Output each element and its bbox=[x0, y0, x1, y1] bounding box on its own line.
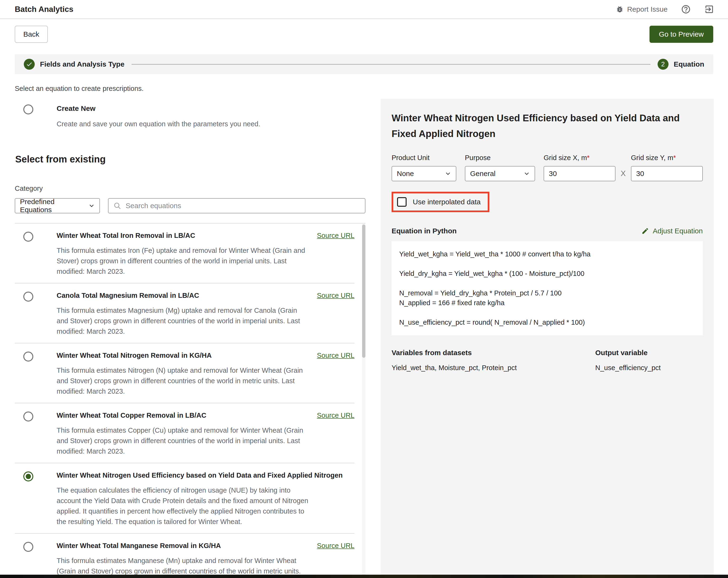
adjust-equation-button[interactable]: Adjust Equation bbox=[642, 227, 703, 235]
source-url-link[interactable]: Source URL bbox=[317, 542, 355, 550]
product-unit-select[interactable]: None bbox=[392, 166, 456, 181]
use-interpolated-data-highlight: Use interpolated data bbox=[392, 192, 489, 212]
main-content: Create New Create and save your own equa… bbox=[0, 99, 728, 575]
equation-list-item[interactable]: Canola Total Magnesium Removal in LB/AC … bbox=[15, 284, 355, 343]
equation-title: Winter Wheat Total Copper Removal in LB/… bbox=[57, 412, 213, 419]
header-actions: Report Issue bbox=[616, 4, 714, 14]
equation-description: This formula estimates Iron (Fe) uptake … bbox=[57, 245, 310, 277]
equation-description: The equation calculates the efficiency o… bbox=[57, 485, 310, 527]
search-input[interactable] bbox=[126, 202, 360, 210]
output-variable-label: Output variable bbox=[595, 349, 703, 357]
equation-radio[interactable] bbox=[23, 232, 33, 242]
equation-list-item[interactable]: Winter Wheat Total Copper Removal in LB/… bbox=[15, 403, 355, 463]
equation-description: This formula estimates Nitrogen (N) upta… bbox=[57, 365, 310, 396]
equation-list-item[interactable]: Winter Wheat Total Manganese Removal in … bbox=[15, 534, 355, 575]
equation-list-item[interactable]: Winter Wheat Total Iron Removal in LB/AC… bbox=[15, 224, 355, 284]
search-icon bbox=[113, 202, 121, 210]
bug-icon bbox=[616, 5, 624, 13]
equation-title: Winter Wheat Nitrogen Used Efficiency ba… bbox=[57, 471, 350, 479]
grid-size-y-label: Grid size Y, m* bbox=[631, 154, 703, 162]
step2-circle: 2 bbox=[657, 59, 669, 70]
category-select-value: Predefined Equations bbox=[20, 198, 83, 214]
search-box[interactable] bbox=[108, 198, 365, 213]
equation-description: This formula estimates Magnesium (Mg) up… bbox=[57, 305, 310, 337]
create-new-label: Create New bbox=[57, 104, 365, 112]
source-url-link[interactable]: Source URL bbox=[317, 232, 355, 239]
pencil-icon bbox=[642, 227, 649, 235]
exit-icon[interactable] bbox=[704, 4, 714, 14]
source-url-link[interactable]: Source URL bbox=[317, 351, 355, 360]
grid-size-separator: X bbox=[621, 169, 626, 181]
toolbar: Back Go to Preview bbox=[0, 26, 728, 43]
required-asterisk: * bbox=[587, 154, 590, 161]
equation-title: Winter Wheat Total Iron Removal in LB/AC bbox=[57, 232, 202, 239]
equation-list-item[interactable]: Winter Wheat Total Nitrogen Removal in K… bbox=[15, 343, 355, 403]
app-header: Batch Analytics Report Issue bbox=[0, 0, 728, 19]
equation-radio[interactable] bbox=[23, 351, 33, 362]
equation-selection-column: Create New Create and save your own equa… bbox=[15, 99, 365, 575]
grid-size-y-input[interactable] bbox=[631, 166, 703, 181]
adjust-equation-label: Adjust Equation bbox=[653, 227, 703, 235]
detail-fields-row: Product Unit None Purpose General bbox=[392, 154, 703, 181]
product-unit-label: Product Unit bbox=[392, 154, 456, 162]
list-scrollbar-thumb[interactable] bbox=[362, 225, 365, 358]
back-button[interactable]: Back bbox=[15, 26, 48, 43]
list-scrollbar-track[interactable] bbox=[362, 224, 365, 575]
step1-check-icon bbox=[24, 59, 35, 70]
equation-radio[interactable] bbox=[23, 471, 33, 481]
create-new-radio[interactable] bbox=[23, 104, 33, 114]
use-interpolated-data-checkbox[interactable] bbox=[397, 197, 407, 207]
select-existing-heading: Select from existing bbox=[15, 154, 365, 165]
code-line: N_use_efficiency_pct = round( N_removal … bbox=[399, 318, 695, 327]
instruction-text: Select an equation to create prescriptio… bbox=[15, 85, 713, 93]
purpose-select[interactable]: General bbox=[465, 166, 535, 181]
code-line bbox=[399, 259, 695, 269]
stepper: Fields and Analysis Type 2 Equation bbox=[15, 54, 713, 74]
category-label: Category bbox=[15, 185, 365, 192]
category-select[interactable]: Predefined Equations bbox=[15, 198, 100, 213]
code-line: Yield_dry_kgha = Yield_wet_kgha * (100 -… bbox=[399, 269, 695, 279]
equation-title: Winter Wheat Total Manganese Removal in … bbox=[57, 542, 228, 550]
code-line: N_applied = 166 # fixed rate kg/ha bbox=[399, 298, 695, 308]
report-issue-button[interactable]: Report Issue bbox=[616, 5, 668, 13]
equation-description: This formula estimates Copper (Cu) uptak… bbox=[57, 425, 310, 456]
step2-number: 2 bbox=[661, 61, 665, 68]
equation-description: This formula estimates Manganese (Mn) up… bbox=[57, 555, 310, 575]
equation-detail-panel: Winter Wheat Nitrogen Used Efficiency ba… bbox=[381, 99, 714, 575]
equation-radio[interactable] bbox=[23, 412, 33, 421]
equation-in-python-label: Equation in Python bbox=[392, 227, 457, 235]
variables-from-datasets-label: Variables from datasets bbox=[392, 349, 595, 357]
code-line bbox=[399, 308, 695, 318]
equation-radio[interactable] bbox=[23, 542, 33, 552]
equation-list: Winter Wheat Total Iron Removal in LB/AC… bbox=[15, 223, 365, 575]
source-url-link[interactable]: Source URL bbox=[317, 412, 355, 419]
product-unit-value: None bbox=[397, 169, 414, 178]
grid-size-x-label: Grid size X, m* bbox=[544, 154, 616, 162]
equation-list-item[interactable]: Winter Wheat Nitrogen Used Efficiency ba… bbox=[15, 463, 355, 534]
code-line: N_removal = Yield_dry_kgha * Protein_pct… bbox=[399, 288, 695, 298]
grid-size-x-input[interactable] bbox=[544, 166, 616, 181]
chevron-down-icon bbox=[444, 170, 451, 177]
step1-label[interactable]: Fields and Analysis Type bbox=[40, 60, 124, 68]
output-variable-value: N_use_efficiency_pct bbox=[595, 364, 703, 372]
equation-title: Winter Wheat Total Nitrogen Removal in K… bbox=[57, 351, 219, 360]
variables-from-datasets-value: Yield_wet_tha, Moisture_pct, Protein_pct bbox=[392, 364, 595, 372]
source-url-link[interactable]: Source URL bbox=[317, 292, 355, 299]
step2-label[interactable]: Equation bbox=[674, 60, 704, 68]
equation-radio[interactable] bbox=[23, 292, 33, 301]
equation-detail-title: Winter Wheat Nitrogen Used Efficiency ba… bbox=[392, 110, 694, 141]
equation-title: Canola Total Magnesium Removal in LB/AC bbox=[57, 292, 206, 299]
purpose-value: General bbox=[470, 169, 496, 178]
filter-row: Predefined Equations bbox=[15, 198, 365, 213]
taskbar-strip bbox=[0, 575, 728, 578]
go-to-preview-button[interactable]: Go to Preview bbox=[649, 26, 713, 43]
stepper-connector bbox=[132, 64, 650, 65]
page: Batch Analytics Report Issue Back Go to … bbox=[0, 0, 728, 578]
create-new-option[interactable]: Create New Create and save your own equa… bbox=[15, 104, 365, 129]
page-title: Batch Analytics bbox=[15, 5, 73, 14]
python-code-block: Yield_wet_kgha = Yield_wet_tha * 1000 # … bbox=[392, 241, 703, 335]
purpose-label: Purpose bbox=[465, 154, 535, 162]
code-line bbox=[399, 279, 695, 288]
help-icon[interactable] bbox=[681, 4, 691, 14]
required-asterisk: * bbox=[673, 154, 676, 161]
